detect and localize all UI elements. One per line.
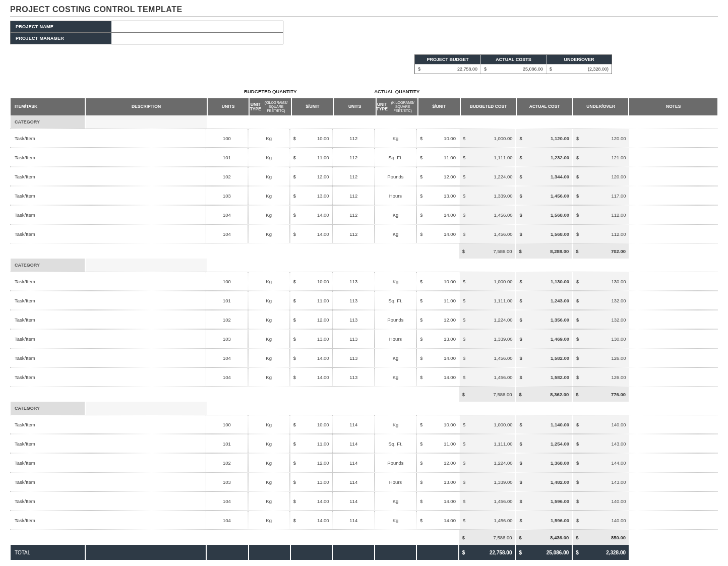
- budget-rate[interactable]: $14.00: [290, 206, 333, 224]
- actual-rate[interactable]: $14.00: [416, 349, 459, 367]
- task-desc[interactable]: [85, 206, 206, 224]
- actual-rate[interactable]: $14.00: [416, 368, 459, 386]
- task-desc[interactable]: [85, 291, 206, 309]
- budget-unit-type[interactable]: Kg: [248, 349, 290, 367]
- actual-unit-type[interactable]: Sq. Ft.: [375, 434, 416, 453]
- budget-units[interactable]: 104: [206, 492, 248, 510]
- budget-units[interactable]: 102: [206, 454, 248, 472]
- budget-unit-type[interactable]: Kg: [248, 272, 290, 290]
- budget-rate[interactable]: $10.00: [290, 415, 333, 433]
- budget-rate[interactable]: $13.00: [290, 473, 333, 491]
- task-name[interactable]: Task/Item: [10, 291, 85, 309]
- actual-unit-type[interactable]: Kg: [375, 368, 416, 386]
- task-desc[interactable]: [85, 330, 206, 348]
- budget-units[interactable]: 104: [206, 225, 248, 243]
- budget-units[interactable]: 100: [206, 415, 248, 433]
- actual-unit-type[interactable]: Kg: [375, 129, 416, 147]
- task-name[interactable]: Task/Item: [10, 310, 85, 329]
- budget-rate[interactable]: $10.00: [290, 272, 333, 290]
- actual-units[interactable]: 112: [333, 167, 375, 185]
- actual-units[interactable]: 114: [333, 434, 375, 453]
- task-name[interactable]: Task/Item: [10, 272, 85, 290]
- budget-units[interactable]: 100: [206, 272, 248, 290]
- actual-units[interactable]: 112: [333, 225, 375, 243]
- budget-rate[interactable]: $10.00: [290, 129, 333, 147]
- task-desc[interactable]: [85, 454, 206, 472]
- budget-unit-type[interactable]: Kg: [248, 291, 290, 309]
- actual-unit-type[interactable]: Kg: [375, 225, 416, 243]
- task-notes[interactable]: [630, 368, 718, 386]
- budget-rate[interactable]: $13.00: [290, 186, 333, 205]
- budget-units[interactable]: 104: [206, 511, 248, 529]
- budget-unit-type[interactable]: Kg: [248, 129, 290, 147]
- actual-unit-type[interactable]: Kg: [375, 349, 416, 367]
- actual-units[interactable]: 114: [333, 473, 375, 491]
- task-desc[interactable]: [85, 186, 206, 205]
- budget-rate[interactable]: $14.00: [290, 368, 333, 386]
- actual-units[interactable]: 113: [333, 330, 375, 348]
- budget-units[interactable]: 104: [206, 349, 248, 367]
- actual-units[interactable]: 113: [333, 310, 375, 329]
- budget-rate[interactable]: $14.00: [290, 349, 333, 367]
- budget-units[interactable]: 101: [206, 291, 248, 309]
- task-notes[interactable]: [630, 272, 718, 290]
- task-name[interactable]: Task/Item: [10, 206, 85, 224]
- budget-unit-type[interactable]: Kg: [248, 415, 290, 433]
- task-name[interactable]: Task/Item: [10, 167, 85, 185]
- task-desc[interactable]: [85, 225, 206, 243]
- actual-units[interactable]: 114: [333, 511, 375, 529]
- budget-units[interactable]: 104: [206, 206, 248, 224]
- budget-units[interactable]: 101: [206, 148, 248, 166]
- task-desc[interactable]: [85, 434, 206, 453]
- budget-units[interactable]: 103: [206, 473, 248, 491]
- task-name[interactable]: Task/Item: [10, 415, 85, 433]
- budget-unit-type[interactable]: Kg: [248, 206, 290, 224]
- project-manager-value[interactable]: [111, 33, 283, 44]
- budget-rate[interactable]: $12.00: [290, 454, 333, 472]
- actual-rate[interactable]: $14.00: [416, 206, 459, 224]
- task-desc[interactable]: [85, 511, 206, 529]
- budget-units[interactable]: 101: [206, 434, 248, 453]
- actual-unit-type[interactable]: Kg: [375, 492, 416, 510]
- budget-units[interactable]: 102: [206, 310, 248, 329]
- budget-units[interactable]: 104: [206, 368, 248, 386]
- actual-unit-type[interactable]: Sq. Ft.: [375, 148, 416, 166]
- budget-rate[interactable]: $14.00: [290, 492, 333, 510]
- actual-rate[interactable]: $11.00: [416, 291, 459, 309]
- budget-units[interactable]: 103: [206, 186, 248, 205]
- task-notes[interactable]: [630, 291, 718, 309]
- task-notes[interactable]: [630, 167, 718, 185]
- task-name[interactable]: Task/Item: [10, 473, 85, 491]
- task-desc[interactable]: [85, 148, 206, 166]
- actual-rate[interactable]: $10.00: [416, 129, 459, 147]
- actual-units[interactable]: 113: [333, 368, 375, 386]
- actual-units[interactable]: 113: [333, 272, 375, 290]
- actual-rate[interactable]: $10.00: [416, 272, 459, 290]
- task-notes[interactable]: [630, 473, 718, 491]
- task-notes[interactable]: [630, 434, 718, 453]
- budget-rate[interactable]: $14.00: [290, 225, 333, 243]
- budget-unit-type[interactable]: Kg: [248, 167, 290, 185]
- actual-units[interactable]: 112: [333, 206, 375, 224]
- actual-unit-type[interactable]: Kg: [375, 206, 416, 224]
- actual-unit-type[interactable]: Hours: [375, 186, 416, 205]
- actual-rate[interactable]: $12.00: [416, 454, 459, 472]
- actual-rate[interactable]: $12.00: [416, 167, 459, 185]
- budget-unit-type[interactable]: Kg: [248, 492, 290, 510]
- task-name[interactable]: Task/Item: [10, 492, 85, 510]
- task-desc[interactable]: [85, 349, 206, 367]
- task-name[interactable]: Task/Item: [10, 225, 85, 243]
- actual-unit-type[interactable]: Kg: [375, 511, 416, 529]
- budget-units[interactable]: 103: [206, 330, 248, 348]
- task-name[interactable]: Task/Item: [10, 368, 85, 386]
- budget-unit-type[interactable]: Kg: [248, 368, 290, 386]
- actual-units[interactable]: 113: [333, 291, 375, 309]
- actual-units[interactable]: 112: [333, 186, 375, 205]
- task-desc[interactable]: [85, 492, 206, 510]
- actual-units[interactable]: 114: [333, 492, 375, 510]
- actual-rate[interactable]: $13.00: [416, 330, 459, 348]
- actual-rate[interactable]: $11.00: [416, 148, 459, 166]
- actual-rate[interactable]: $12.00: [416, 310, 459, 329]
- actual-rate[interactable]: $14.00: [416, 225, 459, 243]
- actual-units[interactable]: 114: [333, 415, 375, 433]
